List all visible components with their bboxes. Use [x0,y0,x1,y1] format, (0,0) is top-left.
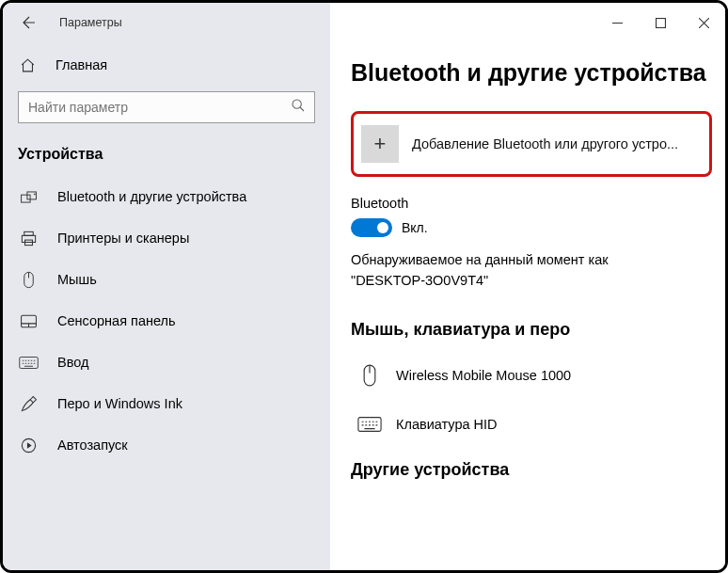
other-devices-heading: Другие устройства [351,460,725,480]
svg-rect-2 [21,195,29,202]
bluetooth-label: Bluetooth [351,196,725,211]
back-button[interactable] [14,8,44,38]
sidebar: Главная Устройства Bluetooth и другие ус… [3,42,330,570]
pen-icon [18,395,39,413]
sidebar-item-pen[interactable]: Перо и Windows Ink [3,383,330,424]
sidebar-item-bluetooth[interactable]: Bluetooth и другие устройства [3,176,330,217]
home-icon [18,57,37,73]
mouse-icon [18,271,39,289]
device-label: Клавиатура HID [396,417,498,432]
nav-home-label: Главная [55,57,107,72]
search-icon [291,98,306,113]
mouse-device-icon [351,363,388,388]
minimize-icon [612,18,623,28]
sidebar-item-label: Ввод [57,355,88,370]
plus-icon: + [361,125,399,163]
bluetooth-toggle[interactable]: Вкл. [351,218,725,237]
sidebar-item-label: Мышь [57,272,97,287]
svg-rect-6 [22,235,35,242]
sidebar-item-label: Принтеры и сканеры [57,231,189,246]
autoplay-icon [18,437,39,454]
maximize-button[interactable] [639,3,682,42]
window-title: Параметры [59,16,122,29]
titlebar-left: Параметры [3,3,330,42]
device-row-keyboard[interactable]: Клавиатура HID [351,402,725,447]
page-title: Bluetooth и другие устройства [351,59,725,87]
keyboard-icon [18,356,39,370]
touchpad-icon [18,313,39,329]
toggle-knob [377,222,388,233]
search-wrap [18,91,315,123]
device-row-mouse[interactable]: Wireless Mobile Mouse 1000 [351,353,725,398]
sidebar-item-autoplay[interactable]: Автозапуск [3,424,330,466]
sidebar-item-touchpad[interactable]: Сенсорная панель [3,300,330,342]
maximize-icon [656,18,666,28]
devices-icon [18,188,39,206]
keyboard-device-icon [351,416,388,433]
close-button[interactable] [682,3,725,42]
toggle-switch [351,218,392,237]
sidebar-item-label: Автозапуск [57,438,128,453]
svg-point-1 [293,100,301,108]
search-input[interactable] [18,91,315,123]
device-label: Wireless Mobile Mouse 1000 [396,368,571,383]
add-device-label: Добавление Bluetooth или другого устро..… [412,136,702,151]
sidebar-item-label: Сенсорная панель [57,313,176,328]
discoverable-text: Обнаруживаемое на данный момент как "DES… [351,250,725,292]
sidebar-section-title: Устройства [3,136,330,176]
window-controls [595,3,725,42]
sidebar-item-label: Перо и Windows Ink [57,396,182,411]
highlight-annotation: + Добавление Bluetooth или другого устро… [351,111,712,177]
nav-home[interactable]: Главная [3,48,330,82]
sidebar-item-typing[interactable]: Ввод [3,342,330,383]
minimize-button[interactable] [595,3,639,42]
nav-list: Bluetooth и другие устройства Принтеры и… [3,176,330,466]
content-area: Bluetooth и другие устройства + Добавлен… [330,42,725,570]
toggle-state-label: Вкл. [402,220,428,235]
body: Главная Устройства Bluetooth и другие ус… [3,42,725,570]
settings-window: Параметры Главная [0,0,728,573]
svg-point-4 [34,193,35,194]
sidebar-item-label: Bluetooth и другие устройства [57,189,246,204]
sidebar-item-mouse[interactable]: Мышь [3,259,330,300]
titlebar: Параметры [3,3,725,42]
titlebar-right [330,3,725,42]
back-arrow-icon [21,14,38,31]
svg-rect-5 [24,231,33,235]
add-device-button[interactable]: + Добавление Bluetooth или другого устро… [361,121,702,167]
svg-rect-0 [656,18,665,27]
printer-icon [18,230,39,247]
mouse-keyboard-heading: Мышь, клавиатура и перо [351,320,725,340]
svg-rect-3 [26,191,35,199]
close-icon [699,18,709,28]
sidebar-item-printers[interactable]: Принтеры и сканеры [3,217,330,259]
svg-rect-10 [19,357,38,368]
